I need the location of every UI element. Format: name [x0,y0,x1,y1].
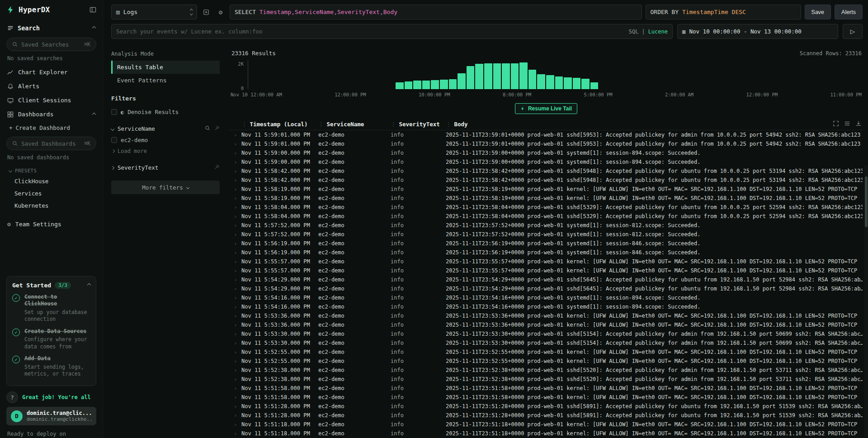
sql-select-input[interactable]: SELECT Timestamp,ServiceName,SeverityTex… [230,5,642,19]
log-row[interactable]: › Nov 11 5:59:00.000 PM ec2-demo info 20… [230,157,863,167]
pin-icon[interactable] [214,164,220,171]
row-expand-icon[interactable]: › [230,413,241,419]
load-more-button[interactable]: Load more [111,146,220,157]
log-row[interactable]: › Nov 11 5:53:36.000 PM ec2-demo info 20… [230,320,863,329]
log-row[interactable]: › Nov 11 5:56:19.000 PM ec2-demo info 20… [230,239,863,248]
row-expand-icon[interactable]: › [230,159,241,165]
preset-services[interactable]: Services [6,187,96,200]
row-expand-icon[interactable]: › [230,431,241,437]
log-row[interactable]: › Nov 11 5:51:28.000 PM ec2-demo info 20… [230,411,863,420]
row-expand-icon[interactable]: › [230,150,241,156]
log-row[interactable]: › Nov 11 5:58:42.000 PM ec2-demo info 20… [230,176,863,185]
row-density-icon[interactable] [844,120,850,128]
log-row[interactable]: › Nov 11 5:51:28.000 PM ec2-demo info 20… [230,402,863,411]
log-row[interactable]: › Nov 11 5:51:58.000 PM ec2-demo info 20… [230,393,863,402]
row-expand-icon[interactable]: › [230,259,241,265]
row-expand-icon[interactable]: › [230,422,241,428]
collapse-sidebar-icon[interactable] [90,6,96,13]
log-row[interactable]: › Nov 11 5:59:01.000 PM ec2-demo info 20… [230,130,863,139]
get-started-header[interactable]: Get Started 3/3 [12,282,90,289]
source-settings-button[interactable]: ⚙ [215,6,226,18]
search-input[interactable] [116,28,625,35]
download-icon[interactable] [855,120,862,128]
row-expand-icon[interactable]: › [230,367,241,373]
row-expand-icon[interactable]: › [230,186,241,192]
lang-sql-option[interactable]: SQL [629,29,639,35]
service-option-ec2-demo[interactable]: ec2-demo [111,134,220,146]
row-expand-icon[interactable]: › [230,168,241,174]
log-row[interactable]: › Nov 11 5:54:29.000 PM ec2-demo info 20… [230,275,863,284]
log-row[interactable]: › Nov 11 5:54:16.000 PM ec2-demo info 20… [230,302,863,311]
filter-group-servicename[interactable]: ServiceName [111,121,220,134]
column-resize-handle[interactable]: ⋮ [318,121,324,128]
row-expand-icon[interactable]: › [230,386,241,391]
table-scrollbar[interactable] [864,165,868,437]
row-expand-icon[interactable]: › [230,195,241,201]
row-expand-icon[interactable]: › [230,340,241,346]
log-row[interactable]: › Nov 11 5:58:42.000 PM ec2-demo info 20… [230,167,863,176]
presets-toggle[interactable]: PRESETS [6,164,96,175]
column-header-severitytext[interactable]: ⋮SeverityText [391,121,446,128]
order-by-input[interactable]: ORDER BY TimestampTime DESC [646,5,801,19]
lang-lucene-option[interactable]: Lucene [648,29,668,35]
log-row[interactable]: › Nov 11 5:59:01.000 PM ec2-demo info 20… [230,139,863,148]
pin-icon[interactable] [214,125,220,132]
log-row[interactable]: › Nov 11 5:58:04.000 PM ec2-demo info 20… [230,203,863,212]
sidebar-item-client-sessions[interactable]: Client Sessions [6,93,96,107]
row-expand-icon[interactable]: › [230,223,241,229]
column-resize-handle[interactable]: ⋮ [241,121,247,128]
log-row[interactable]: › Nov 11 5:55:57.000 PM ec2-demo info 20… [230,257,863,266]
row-expand-icon[interactable]: › [230,331,241,337]
log-row[interactable]: › Nov 11 5:54:16.000 PM ec2-demo info 20… [230,293,863,302]
log-row[interactable]: › Nov 11 5:51:58.000 PM ec2-demo info 20… [230,384,863,393]
row-expand-icon[interactable]: › [230,214,241,219]
create-dashboard-button[interactable]: + Create Dashboard [6,121,96,134]
log-row[interactable]: › Nov 11 5:58:19.000 PM ec2-demo info 20… [230,194,863,203]
column-header-servicename[interactable]: ⋮ServiceName [318,121,391,128]
sidebar-section-search[interactable]: Search [6,21,96,35]
sidebar-item-dashboards[interactable]: Dashboards [6,107,96,121]
row-expand-icon[interactable]: › [230,304,241,310]
save-button[interactable]: Save [805,5,831,19]
row-expand-icon[interactable]: › [230,295,241,301]
column-header-timestamp[interactable]: ⋮Timestamp (Local) [241,121,318,128]
row-expand-icon[interactable]: › [230,358,241,364]
saved-searches-input[interactable]: Saved Searches ⌘K [6,38,96,51]
service-checkbox[interactable] [111,137,117,143]
date-range-picker[interactable]: ▦ Nov 10 00:00:00 - Nov 13 00:00:00 [677,24,838,39]
histogram-plot[interactable] [248,60,863,89]
log-row[interactable]: › Nov 11 5:52:38.000 PM ec2-demo info 20… [230,375,863,384]
column-resize-handle[interactable]: ⋮ [446,121,452,128]
row-expand-icon[interactable]: › [230,313,241,319]
expand-table-icon[interactable] [833,120,839,128]
get-started-item[interactable]: ✓ Add Data Start sending logs, metrics, … [12,355,90,378]
row-expand-icon[interactable]: › [230,177,241,183]
more-filters-button[interactable]: More filters [111,181,220,194]
column-header-body[interactable]: ⋮Body [446,121,863,128]
log-row[interactable]: › Nov 11 5:57:52.000 PM ec2-demo info 20… [230,230,863,239]
log-row[interactable]: › Nov 11 5:59:00.000 PM ec2-demo info 20… [230,148,863,157]
log-row[interactable]: › Nov 11 5:53:30.000 PM ec2-demo info 20… [230,338,863,348]
sidebar-item-chart-explorer[interactable]: Chart Explorer [6,65,96,79]
denoise-checkbox[interactable] [111,109,117,115]
log-row[interactable]: › Nov 11 5:57:52.000 PM ec2-demo info 20… [230,221,863,230]
row-expand-icon[interactable]: › [230,205,241,210]
column-resize-handle[interactable]: ⋮ [391,121,396,128]
saved-dashboards-input[interactable]: Saved Dashboards ⌘K [6,137,96,150]
user-menu[interactable]: D dominic.tran@clic... dominic.tran@clic… [6,407,96,425]
help-button[interactable]: ? [6,391,18,403]
log-row[interactable]: › Nov 11 5:51:18.000 PM ec2-demo info 20… [230,420,863,429]
scrollbar-thumb[interactable] [865,176,868,227]
log-row[interactable]: › Nov 11 5:55:57.000 PM ec2-demo info 20… [230,266,863,275]
alerts-button[interactable]: Alerts [835,5,863,19]
log-row[interactable]: › Nov 11 5:56:19.000 PM ec2-demo info 20… [230,248,863,257]
log-row[interactable]: › Nov 11 5:54:29.000 PM ec2-demo info 20… [230,284,863,293]
get-started-item[interactable]: ✓ Connect to ClickHouse Set up your data… [12,294,90,323]
row-expand-icon[interactable]: › [230,395,241,400]
mode-event-patterns[interactable]: Event Patterns [111,74,220,87]
log-row[interactable]: › Nov 11 5:52:38.000 PM ec2-demo info 20… [230,366,863,375]
query-language-toggle[interactable]: SQL | Lucene [629,29,668,35]
filter-group-severitytext[interactable]: SeverityText [111,160,220,173]
filter-search-icon[interactable] [205,125,210,132]
run-query-button[interactable]: ▷ [843,24,863,39]
